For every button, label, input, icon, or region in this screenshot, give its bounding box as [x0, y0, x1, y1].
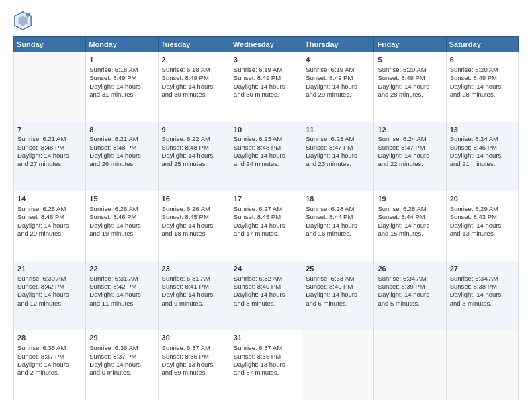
day-number: 7 [17, 125, 82, 135]
day-number: 2 [162, 55, 226, 65]
day-info: Sunrise: 6:34 AM Sunset: 8:39 PM Dayligh… [378, 275, 442, 308]
day-info: Sunrise: 6:36 AM Sunset: 8:37 PM Dayligh… [89, 344, 154, 377]
calendar-week-5: 28Sunrise: 6:35 AM Sunset: 8:37 PM Dayli… [14, 330, 519, 400]
day-info: Sunrise: 6:21 AM Sunset: 8:48 PM Dayligh… [89, 135, 154, 168]
calendar-cell: 22Sunrise: 6:31 AM Sunset: 8:42 PM Dayli… [86, 261, 158, 330]
calendar-cell: 26Sunrise: 6:34 AM Sunset: 8:39 PM Dayli… [374, 261, 446, 330]
calendar-cell: 31Sunrise: 6:37 AM Sunset: 8:35 PM Dayli… [230, 330, 302, 400]
calendar-cell [446, 330, 518, 400]
calendar-cell: 12Sunrise: 6:24 AM Sunset: 8:47 PM Dayli… [374, 122, 446, 191]
calendar-cell: 6Sunrise: 6:20 AM Sunset: 8:49 PM Daylig… [446, 52, 518, 122]
day-number: 3 [234, 55, 298, 65]
day-info: Sunrise: 6:23 AM Sunset: 8:47 PM Dayligh… [306, 135, 370, 168]
page: SundayMondayTuesdayWednesdayThursdayFrid… [0, 0, 532, 411]
calendar-cell [374, 330, 446, 400]
day-info: Sunrise: 6:20 AM Sunset: 8:49 PM Dayligh… [450, 66, 515, 99]
day-info: Sunrise: 6:23 AM Sunset: 8:48 PM Dayligh… [234, 135, 298, 168]
calendar-cell: 30Sunrise: 6:37 AM Sunset: 8:36 PM Dayli… [158, 330, 230, 400]
day-info: Sunrise: 6:26 AM Sunset: 8:45 PM Dayligh… [162, 205, 226, 238]
calendar-week-1: 1Sunrise: 6:18 AM Sunset: 8:49 PM Daylig… [14, 52, 519, 122]
day-number: 31 [234, 333, 298, 343]
calendar-cell: 13Sunrise: 6:24 AM Sunset: 8:46 PM Dayli… [446, 122, 518, 191]
day-number: 23 [162, 264, 226, 274]
day-info: Sunrise: 6:19 AM Sunset: 8:49 PM Dayligh… [234, 66, 298, 99]
calendar-cell [302, 330, 374, 400]
calendar-cell: 18Sunrise: 6:28 AM Sunset: 8:44 PM Dayli… [302, 191, 374, 261]
calendar-header-thursday: Thursday [302, 37, 374, 52]
day-number: 21 [17, 264, 82, 274]
calendar-cell: 17Sunrise: 6:27 AM Sunset: 8:45 PM Dayli… [230, 191, 302, 261]
day-number: 16 [162, 194, 226, 204]
calendar-cell: 28Sunrise: 6:35 AM Sunset: 8:37 PM Dayli… [14, 330, 86, 400]
day-number: 5 [378, 55, 442, 65]
day-info: Sunrise: 6:28 AM Sunset: 8:44 PM Dayligh… [306, 205, 370, 238]
day-number: 14 [17, 194, 82, 204]
day-number: 18 [306, 194, 370, 204]
calendar-cell: 23Sunrise: 6:31 AM Sunset: 8:41 PM Dayli… [158, 261, 230, 330]
header [13, 11, 519, 30]
calendar-week-3: 14Sunrise: 6:25 AM Sunset: 8:46 PM Dayli… [14, 191, 519, 261]
day-info: Sunrise: 6:18 AM Sunset: 8:49 PM Dayligh… [162, 66, 226, 99]
day-info: Sunrise: 6:28 AM Sunset: 8:44 PM Dayligh… [378, 205, 442, 238]
day-info: Sunrise: 6:32 AM Sunset: 8:40 PM Dayligh… [234, 275, 298, 308]
calendar-week-2: 7Sunrise: 6:21 AM Sunset: 8:48 PM Daylig… [14, 122, 519, 191]
calendar-cell: 16Sunrise: 6:26 AM Sunset: 8:45 PM Dayli… [158, 191, 230, 261]
calendar-cell: 8Sunrise: 6:21 AM Sunset: 8:48 PM Daylig… [86, 122, 158, 191]
calendar-header-wednesday: Wednesday [230, 37, 302, 52]
calendar-header-row: SundayMondayTuesdayWednesdayThursdayFrid… [14, 37, 519, 52]
day-number: 9 [162, 125, 226, 135]
day-number: 29 [89, 333, 154, 343]
day-info: Sunrise: 6:31 AM Sunset: 8:41 PM Dayligh… [162, 275, 226, 308]
day-info: Sunrise: 6:18 AM Sunset: 8:49 PM Dayligh… [89, 66, 154, 99]
day-number: 22 [89, 264, 154, 274]
day-number: 30 [162, 333, 226, 343]
calendar-header-saturday: Saturday [446, 37, 518, 52]
calendar-cell: 25Sunrise: 6:33 AM Sunset: 8:40 PM Dayli… [302, 261, 374, 330]
logo [13, 11, 35, 30]
day-info: Sunrise: 6:24 AM Sunset: 8:47 PM Dayligh… [378, 135, 442, 168]
day-number: 26 [378, 264, 442, 274]
day-number: 28 [17, 333, 82, 343]
calendar-cell: 10Sunrise: 6:23 AM Sunset: 8:48 PM Dayli… [230, 122, 302, 191]
day-info: Sunrise: 6:27 AM Sunset: 8:45 PM Dayligh… [234, 205, 298, 238]
day-info: Sunrise: 6:24 AM Sunset: 8:46 PM Dayligh… [450, 135, 515, 168]
calendar-cell [14, 52, 86, 122]
day-number: 1 [89, 55, 154, 65]
day-info: Sunrise: 6:21 AM Sunset: 8:48 PM Dayligh… [17, 135, 82, 168]
day-number: 6 [450, 55, 515, 65]
day-number: 15 [89, 194, 154, 204]
calendar-cell: 5Sunrise: 6:20 AM Sunset: 8:49 PM Daylig… [374, 52, 446, 122]
day-info: Sunrise: 6:31 AM Sunset: 8:42 PM Dayligh… [89, 275, 154, 308]
day-info: Sunrise: 6:22 AM Sunset: 8:48 PM Dayligh… [162, 135, 226, 168]
calendar-cell: 9Sunrise: 6:22 AM Sunset: 8:48 PM Daylig… [158, 122, 230, 191]
calendar-cell: 11Sunrise: 6:23 AM Sunset: 8:47 PM Dayli… [302, 122, 374, 191]
day-number: 19 [378, 194, 442, 204]
calendar-cell: 3Sunrise: 6:19 AM Sunset: 8:49 PM Daylig… [230, 52, 302, 122]
day-number: 27 [450, 264, 515, 274]
day-info: Sunrise: 6:26 AM Sunset: 8:46 PM Dayligh… [89, 205, 154, 238]
logo-icon [13, 11, 32, 30]
calendar-cell: 27Sunrise: 6:34 AM Sunset: 8:38 PM Dayli… [446, 261, 518, 330]
day-info: Sunrise: 6:30 AM Sunset: 8:42 PM Dayligh… [17, 275, 82, 308]
day-number: 24 [234, 264, 298, 274]
calendar-cell: 21Sunrise: 6:30 AM Sunset: 8:42 PM Dayli… [14, 261, 86, 330]
calendar-cell: 19Sunrise: 6:28 AM Sunset: 8:44 PM Dayli… [374, 191, 446, 261]
calendar-header-friday: Friday [374, 37, 446, 52]
calendar-cell: 1Sunrise: 6:18 AM Sunset: 8:49 PM Daylig… [86, 52, 158, 122]
day-number: 8 [89, 125, 154, 135]
day-number: 20 [450, 194, 515, 204]
day-info: Sunrise: 6:25 AM Sunset: 8:46 PM Dayligh… [17, 205, 82, 238]
calendar-cell: 20Sunrise: 6:29 AM Sunset: 8:43 PM Dayli… [446, 191, 518, 261]
day-info: Sunrise: 6:34 AM Sunset: 8:38 PM Dayligh… [450, 275, 515, 308]
calendar-cell: 29Sunrise: 6:36 AM Sunset: 8:37 PM Dayli… [86, 330, 158, 400]
calendar-header-monday: Monday [86, 37, 158, 52]
calendar-cell: 2Sunrise: 6:18 AM Sunset: 8:49 PM Daylig… [158, 52, 230, 122]
calendar-cell: 24Sunrise: 6:32 AM Sunset: 8:40 PM Dayli… [230, 261, 302, 330]
day-info: Sunrise: 6:29 AM Sunset: 8:43 PM Dayligh… [450, 205, 515, 238]
day-info: Sunrise: 6:37 AM Sunset: 8:36 PM Dayligh… [162, 344, 226, 377]
calendar-cell: 4Sunrise: 6:19 AM Sunset: 8:49 PM Daylig… [302, 52, 374, 122]
calendar-cell: 14Sunrise: 6:25 AM Sunset: 8:46 PM Dayli… [14, 191, 86, 261]
day-info: Sunrise: 6:37 AM Sunset: 8:35 PM Dayligh… [234, 344, 298, 377]
day-number: 4 [306, 55, 370, 65]
calendar-cell: 15Sunrise: 6:26 AM Sunset: 8:46 PM Dayli… [86, 191, 158, 261]
